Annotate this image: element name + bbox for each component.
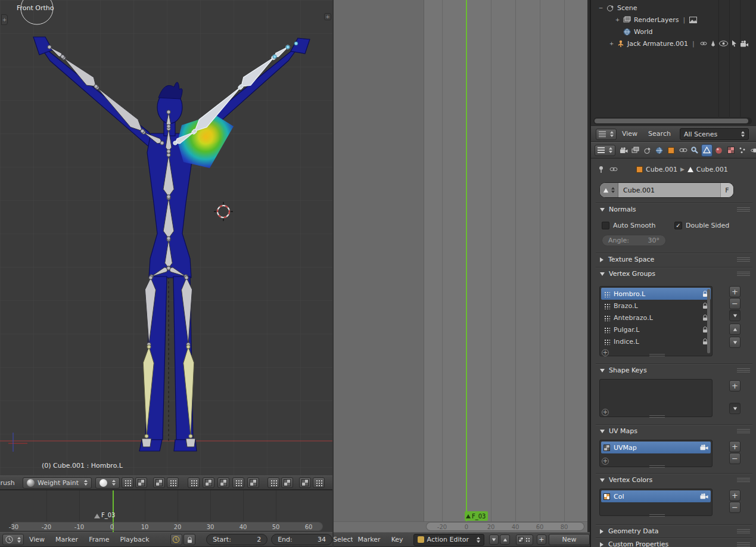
timeline-marker[interactable]: F_03 bbox=[94, 512, 115, 518]
list-add-icon[interactable]: + bbox=[602, 349, 609, 356]
uv-map-row[interactable]: UVMap bbox=[601, 442, 711, 453]
panel-header-texture-space[interactable]: Texture Space bbox=[596, 253, 752, 266]
tab-object[interactable] bbox=[665, 144, 677, 157]
preview-range-toggle[interactable] bbox=[170, 534, 182, 545]
face-mask-toggle[interactable] bbox=[153, 477, 165, 488]
panel-grip-icon[interactable] bbox=[737, 478, 750, 482]
menu-key[interactable]: Key bbox=[386, 533, 409, 547]
collapse-icon[interactable]: − bbox=[598, 5, 603, 11]
panel-header-uv-maps[interactable]: UV Maps bbox=[596, 424, 752, 437]
action-browse-button[interactable] bbox=[516, 534, 533, 545]
tab-texture[interactable] bbox=[725, 144, 736, 157]
editor-type-selector[interactable] bbox=[2, 534, 24, 545]
summary-toggle[interactable] bbox=[489, 534, 499, 545]
panel-grip-icon[interactable] bbox=[737, 257, 750, 262]
editor-mode-selector[interactable]: Action Editor bbox=[413, 534, 484, 546]
layer-toggle[interactable] bbox=[217, 477, 229, 488]
dopesheet-region[interactable]: -20 0 20 40 60 80 F_03 bbox=[334, 0, 587, 532]
panel-header-vertex-colors[interactable]: Vertex Colors bbox=[596, 473, 752, 486]
panel-header-custom-properties[interactable]: Custom Properties bbox=[596, 537, 752, 547]
editor-type-selector[interactable] bbox=[595, 145, 615, 156]
breadcrumb-object[interactable]: Cube.001 bbox=[646, 166, 677, 173]
tab-physics[interactable] bbox=[749, 144, 756, 157]
viewport-canvas[interactable] bbox=[0, 0, 332, 475]
remove-vertex-group-button[interactable]: − bbox=[729, 298, 741, 309]
dopesheet-marker-selected[interactable]: F_03 bbox=[465, 511, 488, 521]
toolshelf-expand-tab[interactable]: + bbox=[1, 14, 8, 25]
vertex-groups-list[interactable]: Hombro.L Brazo.L Antebrazo.L Pulgar.L bbox=[599, 286, 713, 356]
paint-option-button[interactable] bbox=[135, 477, 147, 488]
vertex-group-specials-button[interactable] bbox=[729, 310, 741, 321]
datablock-browse-button[interactable] bbox=[600, 183, 618, 197]
datablock-link-icon[interactable] bbox=[609, 166, 618, 173]
add-vertex-group-button[interactable]: + bbox=[729, 286, 741, 297]
move-group-up-button[interactable] bbox=[729, 324, 741, 335]
layer-toggle[interactable] bbox=[247, 477, 259, 488]
shape-keys-list[interactable] bbox=[599, 379, 713, 417]
render-camera-icon[interactable] bbox=[700, 445, 708, 450]
outliner-row-armature[interactable]: + Jack Armature.001 | bbox=[609, 38, 749, 49]
menu-marker[interactable]: Marker bbox=[353, 533, 386, 547]
tab-scene[interactable] bbox=[642, 144, 653, 157]
panel-grip-icon[interactable] bbox=[737, 529, 750, 533]
shape-key-specials-button[interactable] bbox=[729, 403, 741, 414]
brush-selector[interactable] bbox=[95, 477, 120, 489]
vertex-group-row[interactable]: Brazo.L bbox=[601, 300, 711, 312]
timeline-region[interactable]: F_03 -30 -20 -10 0 10 20 30 40 50 60 bbox=[0, 490, 332, 532]
panel-grip-icon[interactable] bbox=[737, 207, 750, 212]
vertex-mask-toggle[interactable] bbox=[167, 477, 179, 488]
pin-icon[interactable] bbox=[598, 166, 604, 173]
tab-particles[interactable] bbox=[737, 144, 748, 157]
link-icon[interactable] bbox=[700, 41, 707, 46]
menu-select[interactable]: Select bbox=[334, 536, 353, 543]
layer-toggle[interactable] bbox=[232, 477, 244, 488]
list-resize-grip[interactable] bbox=[649, 415, 665, 418]
tab-render-layers[interactable] bbox=[630, 144, 641, 157]
add-shape-key-button[interactable]: + bbox=[729, 380, 741, 391]
remove-vertex-color-button[interactable]: − bbox=[729, 502, 741, 513]
list-resize-grip[interactable] bbox=[649, 354, 665, 357]
add-vertex-color-button[interactable]: + bbox=[729, 490, 741, 501]
remove-uv-map-button[interactable]: − bbox=[729, 453, 741, 464]
move-group-down-button[interactable] bbox=[729, 337, 741, 348]
vertex-group-row[interactable]: Indice.L bbox=[601, 335, 711, 347]
proportional-edit-button[interactable] bbox=[281, 477, 293, 488]
layer-toggle[interactable] bbox=[203, 477, 214, 488]
menu-search[interactable]: Search bbox=[643, 127, 676, 141]
add-action-button[interactable]: + bbox=[537, 534, 546, 545]
outliner-row-renderlayers[interactable]: + RenderLayers | bbox=[615, 14, 697, 25]
tab-modifiers[interactable] bbox=[689, 144, 701, 157]
dopesheet-channel-area[interactable] bbox=[334, 0, 424, 532]
menu-frame[interactable]: Frame bbox=[83, 533, 114, 547]
tab-world[interactable] bbox=[654, 144, 665, 157]
panel-header-normals[interactable]: Normals bbox=[596, 203, 752, 216]
add-uv-map-button[interactable]: + bbox=[729, 441, 741, 452]
menu-view[interactable]: View bbox=[617, 127, 643, 141]
vertex-color-row[interactable]: Col bbox=[601, 490, 711, 502]
properties-shelf-expand-tab[interactable]: + bbox=[324, 13, 331, 20]
panel-grip-icon[interactable] bbox=[737, 429, 750, 433]
tab-object-data[interactable] bbox=[701, 144, 713, 157]
outliner-scrollbar[interactable] bbox=[593, 117, 752, 125]
uv-maps-list[interactable]: UVMap bbox=[599, 440, 713, 467]
auto-smooth-checkbox[interactable] bbox=[602, 222, 609, 229]
filter-toggle[interactable] bbox=[500, 534, 509, 545]
paint-option-button[interactable] bbox=[122, 477, 133, 488]
breadcrumb-data[interactable]: Cube.001 bbox=[696, 166, 728, 173]
list-scrollbar[interactable] bbox=[707, 289, 710, 353]
end-frame-field[interactable]: End: 34 bbox=[271, 534, 332, 545]
menu-view[interactable]: View bbox=[24, 533, 50, 547]
datablock-name-field[interactable]: Cube.001 F bbox=[599, 182, 734, 198]
list-add-icon[interactable]: + bbox=[602, 458, 609, 465]
panel-header-vertex-groups[interactable]: Vertex Groups bbox=[596, 267, 752, 280]
panel-header-geometry-data[interactable]: Geometry Data bbox=[596, 524, 752, 537]
outliner-filter-dropdown[interactable]: All Scenes bbox=[680, 128, 749, 140]
panel-grip-icon[interactable] bbox=[737, 368, 750, 372]
menu-marker[interactable]: Marker bbox=[50, 533, 83, 547]
visibility-eye-icon[interactable] bbox=[719, 41, 728, 46]
outliner-region[interactable]: − Scene + RenderLayers | World + Jack Ar… bbox=[591, 0, 756, 126]
render-anim-button[interactable] bbox=[313, 477, 325, 488]
snap-toggle[interactable] bbox=[267, 477, 279, 488]
list-add-icon[interactable]: + bbox=[602, 409, 609, 416]
panel-grip-icon[interactable] bbox=[737, 542, 750, 546]
